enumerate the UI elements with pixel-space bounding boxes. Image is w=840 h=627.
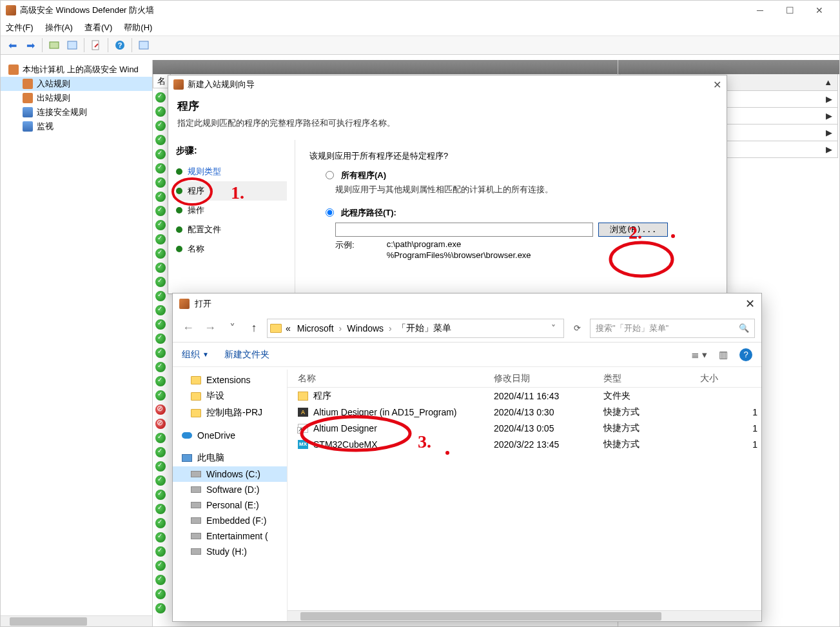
- status-allowed-icon: [155, 532, 166, 542]
- toolbar-separator: [84, 38, 84, 52]
- breadcrumb[interactable]: « Microsoft › Windows › 「开始」菜单 ˅: [267, 319, 564, 338]
- status-allowed-icon: [155, 447, 166, 457]
- col-size[interactable]: 大小: [700, 373, 761, 384]
- file-row-programs[interactable]: 程序 2020/4/11 16:43 文件夹: [288, 388, 761, 404]
- col-name[interactable]: 名称: [288, 373, 494, 384]
- tb-icon-3[interactable]: [88, 37, 104, 53]
- side-drive-g[interactable]: Entertainment (: [173, 528, 287, 544]
- status-allowed-icon: [155, 461, 166, 472]
- file-list: 名称 修改日期 类型 大小 程序 2020/4/11 16:43 文件夹 AAl…: [288, 370, 761, 621]
- step-rule-type[interactable]: 规则类型: [176, 162, 287, 181]
- tree-scrollbar[interactable]: [1, 615, 152, 626]
- search-box[interactable]: 搜索"「开始」菜单" 🔍: [590, 319, 755, 338]
- view-mode-button[interactable]: ≣ ▾: [691, 349, 707, 361]
- radio-all-programs[interactable]: [326, 171, 334, 179]
- side-drive-f[interactable]: Embedded (F:): [173, 513, 287, 528]
- menu-view[interactable]: 查看(V): [84, 22, 112, 34]
- tree-root[interactable]: 本地计算机 上的高级安全 Wind: [1, 63, 152, 77]
- step-dot-icon: [176, 168, 182, 175]
- tree-monitor[interactable]: 监视: [1, 119, 152, 134]
- svg-rect-0: [50, 42, 59, 48]
- browse-button[interactable]: 浏览(R)...: [598, 223, 668, 237]
- svg-rect-5: [139, 41, 148, 49]
- drive-icon: [191, 533, 201, 539]
- bc-ellipsis[interactable]: «: [283, 323, 293, 333]
- file-row-altium[interactable]: Altium Designer 2020/4/13 0:05 快捷方式 1: [288, 420, 761, 436]
- breadcrumb-dropdown[interactable]: ˅: [546, 323, 561, 333]
- nav-back-button[interactable]: ←: [179, 319, 197, 337]
- drive-icon: [191, 486, 201, 493]
- side-drive-c[interactable]: Windows (C:): [173, 466, 287, 482]
- side-drive-d[interactable]: Software (D:): [173, 482, 287, 497]
- side-onedrive[interactable]: OneDrive: [173, 428, 287, 443]
- col-type[interactable]: 类型: [603, 373, 700, 384]
- step-dot-icon: [176, 226, 182, 233]
- steps-label: 步骤:: [176, 145, 287, 157]
- step-name[interactable]: 名称: [176, 239, 287, 259]
- step-dot-icon: [176, 207, 182, 214]
- col-date[interactable]: 修改日期: [494, 373, 603, 384]
- example-paths: c:\path\program.exe%ProgramFiles%\browse…: [387, 239, 531, 261]
- tb-icon-1[interactable]: [46, 37, 62, 53]
- menu-action[interactable]: 操作(A): [45, 22, 73, 34]
- file-row-stm32cube[interactable]: MXSTM32CubeMX 2020/3/22 13:45 快捷方式 1: [288, 436, 761, 452]
- status-allowed-icon: [155, 177, 166, 188]
- bc-startmenu[interactable]: 「开始」菜单: [395, 323, 454, 334]
- side-folder-extensions[interactable]: Extensions: [173, 372, 287, 388]
- side-folder-control[interactable]: 控制电路-PRJ: [173, 404, 287, 421]
- nav-forward-button[interactable]: →: [201, 319, 219, 337]
- tb-icon-2[interactable]: [64, 37, 80, 53]
- minimize-button[interactable]: ─: [745, 1, 775, 20]
- bc-microsoft[interactable]: Microsoft: [295, 323, 337, 333]
- side-drive-h[interactable]: Study (H:): [173, 544, 287, 559]
- fileopen-close-button[interactable]: ✕: [745, 297, 755, 311]
- status-allowed-icon: [155, 305, 166, 315]
- rules-icon: [23, 93, 33, 103]
- step-action[interactable]: 操作: [176, 201, 287, 220]
- side-folder-bishe[interactable]: 毕设: [173, 388, 287, 404]
- status-allowed-icon: [155, 192, 166, 202]
- status-allowed-icon: [155, 589, 166, 599]
- nav-recent-button[interactable]: ˅: [223, 319, 241, 337]
- status-allowed-icon: [155, 106, 166, 117]
- program-path-input[interactable]: [335, 223, 593, 237]
- wizard-steps: 步骤: 规则类型 程序 操作 配置文件 名称: [168, 140, 295, 294]
- organize-button[interactable]: 组织▼: [182, 349, 209, 361]
- tree-inbound-rules[interactable]: 入站规则: [1, 77, 152, 91]
- status-allowed-icon: [155, 135, 166, 145]
- nav-up-button[interactable]: ↑: [245, 319, 263, 337]
- status-allowed-icon: [155, 603, 166, 613]
- status-allowed-icon: [155, 546, 166, 557]
- maximize-button[interactable]: ☐: [775, 1, 805, 20]
- back-button[interactable]: ⬅: [5, 37, 20, 53]
- wizard-heading: 程序: [177, 99, 718, 114]
- tree-outbound-rules[interactable]: 出站规则: [1, 91, 152, 105]
- step-profile[interactable]: 配置文件: [176, 220, 287, 239]
- close-button[interactable]: ✕: [805, 1, 834, 20]
- wizard-close-button[interactable]: ✕: [713, 79, 721, 91]
- bc-windows[interactable]: Windows: [344, 323, 386, 333]
- option-all-programs[interactable]: 所有程序(A): [322, 170, 712, 181]
- menu-file[interactable]: 文件(F): [6, 22, 34, 34]
- tb-icon-4[interactable]: [136, 37, 151, 53]
- new-folder-button[interactable]: 新建文件夹: [224, 349, 269, 361]
- refresh-button[interactable]: ⟳: [568, 319, 586, 337]
- step-program[interactable]: 程序: [176, 181, 287, 201]
- status-allowed-icon: [155, 248, 166, 259]
- option-this-program[interactable]: 此程序路径(T):: [322, 207, 712, 219]
- help-button[interactable]: ?: [739, 348, 752, 361]
- status-allowed-icon: [155, 277, 166, 287]
- status-allowed-icon: [155, 433, 166, 443]
- cubemx-icon: MX: [298, 440, 308, 449]
- menu-help[interactable]: 帮助(H): [124, 22, 152, 34]
- help-icon[interactable]: ?: [112, 37, 128, 53]
- file-list-scrollbar[interactable]: [288, 610, 761, 621]
- side-drive-e[interactable]: Personal (E:): [173, 497, 287, 513]
- drive-icon: [191, 517, 201, 524]
- side-thispc[interactable]: 此电脑: [173, 450, 287, 466]
- file-row-altium-ad15[interactable]: AAltium Designer (in AD15_Program) 2020/…: [288, 404, 761, 420]
- forward-button[interactable]: ➡: [23, 37, 38, 53]
- radio-this-program[interactable]: [326, 208, 334, 217]
- preview-pane-button[interactable]: ▥: [719, 349, 728, 361]
- tree-connection-security[interactable]: 连接安全规则: [1, 105, 152, 119]
